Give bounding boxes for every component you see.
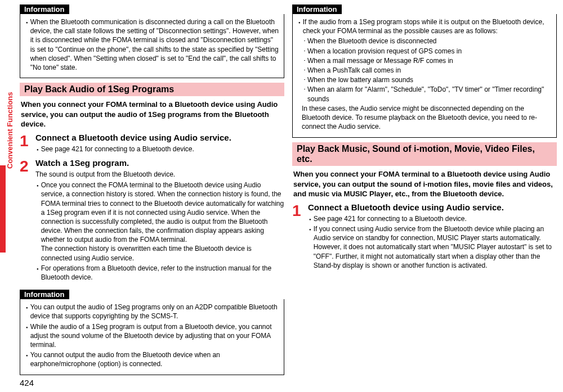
side-label: Convenient Functions — [6, 92, 14, 169]
step-number: 2 — [20, 158, 35, 283]
info-subitem: When a mail message or Message R/F comes… — [297, 56, 552, 65]
section-title-playback-music: Play Back Music, Sound of i-motion, Movi… — [292, 142, 557, 166]
step-bullet: See page 421 for connecting to a Bluetoo… — [35, 145, 284, 154]
info-bullet: You cannot output the audio from the Blu… — [25, 350, 279, 368]
info-subitem: When the low battery alarm sounds — [297, 75, 552, 84]
section-intro: When you connect your FOMA terminal to a… — [292, 169, 557, 199]
info-subitem: When an alarm for "Alarm", "Schedule", "… — [297, 85, 552, 103]
info-subitem: When a location provision request of GPS… — [297, 47, 552, 56]
info-header: Information — [20, 4, 69, 14]
info-bullet: When the Bluetooth communication is disc… — [25, 17, 279, 72]
step-bullet: See page 421 for connecting to a Bluetoo… — [308, 214, 557, 223]
step-bullet: Once you connect the FOMA terminal to th… — [35, 181, 284, 263]
section-intro: When you connect your FOMA terminal to a… — [20, 100, 284, 129]
info-header: Information — [20, 290, 69, 299]
info-subitem: When a PushTalk call comes in — [297, 66, 552, 75]
section-title-playback-1seg: Play Back Audio of 1Seg Programs — [20, 83, 284, 96]
info-box-1: Information When the Bluetooth communica… — [20, 4, 284, 78]
step-bullet: If you connect using Audio service from … — [308, 224, 557, 270]
info-box-3: Information If the audio from a 1Seg pro… — [292, 4, 557, 138]
info-subitem: When the Bluetooth device is disconnecte… — [297, 37, 552, 46]
info-bullet: You can output the audio of 1Seg program… — [25, 303, 279, 321]
step-number: 1 — [292, 202, 308, 271]
step-1: 1 Connect a Bluetooth device using Audio… — [292, 202, 557, 271]
step-title: Connect a Bluetooth device using Audio s… — [308, 202, 557, 212]
left-column: Information When the Bluetooth communica… — [20, 4, 284, 380]
info-header: Information — [292, 4, 342, 14]
step-2: 2 Watch a 1Seg program. The sound is out… — [20, 158, 284, 283]
info-outro: In these cases, the Audio service might … — [297, 104, 552, 132]
page-number: 424 — [20, 378, 34, 388]
step-number: 1 — [20, 133, 35, 155]
step-title: Watch a 1Seg program. — [35, 158, 284, 168]
info-box-2: Information You can output the audio of … — [20, 290, 284, 375]
side-accent-stripe — [0, 165, 6, 253]
step-bullet: For operations from a Bluetooth device, … — [35, 264, 284, 282]
step-1: 1 Connect a Bluetooth device using Audio… — [20, 133, 284, 155]
info-bullet: If the audio from a 1Seg program stops w… — [297, 17, 552, 35]
info-bullet: While the audio of a 1Seg program is out… — [25, 322, 279, 350]
right-column: Information If the audio from a 1Seg pro… — [292, 4, 557, 380]
step-text: The sound is output from the Bluetooth d… — [35, 170, 284, 179]
step-title: Connect a Bluetooth device using Audio s… — [35, 133, 284, 142]
